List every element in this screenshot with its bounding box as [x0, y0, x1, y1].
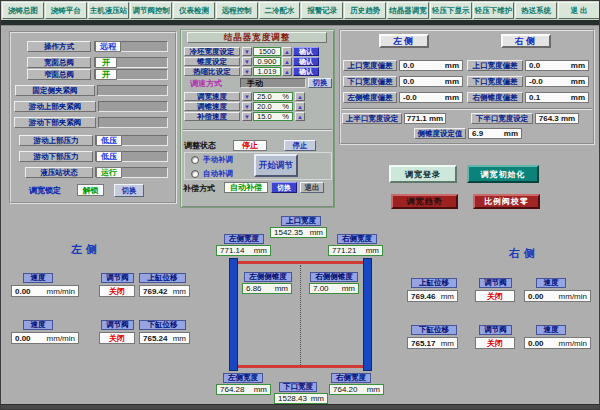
menu-item-casting-overview[interactable]: 浇铸总图 — [2, 2, 44, 19]
auto-comp-radio[interactable] — [191, 170, 199, 178]
increase-button[interactable]: ▲ — [295, 92, 305, 101]
speed-value-field[interactable]: 25.0% — [253, 92, 293, 101]
mold-wide-face-bottom — [238, 365, 363, 368]
decrease-icon: ▼ — [244, 49, 250, 55]
menu-item-mold-width[interactable]: 结晶器调宽 — [387, 2, 429, 19]
increase-button[interactable]: ▲ — [282, 47, 292, 56]
increase-button[interactable]: ▲ — [295, 102, 305, 111]
width-init-button[interactable]: 调宽初始化 — [467, 165, 539, 183]
deviation-row-label: 上口宽度偏差 — [467, 60, 523, 71]
adjust-state-label: 调整状态 — [184, 140, 216, 151]
mold-unit: mm — [254, 385, 267, 394]
speed-number: 0.00 — [528, 339, 544, 348]
setting-value-field[interactable]: 1500 — [253, 47, 281, 56]
decrease-icon: ▼ — [244, 104, 250, 110]
speed-row-label: 调锥速度 — [184, 102, 240, 111]
deviation-number: 0.1 — [529, 93, 540, 102]
mold-number: 771.21 — [332, 246, 356, 255]
menu-item-softreduction-maint[interactable]: 轻压下维护 — [473, 2, 515, 19]
decrease-button[interactable]: ▼ — [242, 67, 252, 76]
speed-mode-toggle-button[interactable]: 切换 — [308, 78, 332, 88]
lower-width-set-value: 764.3 mm — [535, 113, 579, 124]
menu-item-hot-delivery[interactable]: 热送系统 — [515, 2, 557, 19]
width-login-button[interactable]: 调宽登录 — [389, 165, 457, 183]
menu-item-hydraulic-station[interactable]: 主机液压站 — [88, 2, 130, 19]
increase-icon: ▲ — [297, 104, 303, 110]
menu-item-exit[interactable]: 退 出 — [558, 2, 600, 19]
increase-button[interactable]: ▲ — [295, 112, 305, 121]
deviation-unit: mm — [445, 93, 459, 102]
menu-item-history-trend[interactable]: 历史趋势 — [344, 2, 386, 19]
menu-item-secondary-cooling[interactable]: 二冷配水 — [259, 2, 301, 19]
speed-value: 25.0 — [257, 92, 272, 101]
status-row-label: 游动下部夹紧阀 — [14, 117, 96, 128]
width-trend-button[interactable]: 调宽趋势 — [391, 194, 458, 209]
confirm-button[interactable]: 确认 — [293, 67, 319, 76]
menu-item-alarm-record[interactable]: 报警记录 — [301, 2, 343, 19]
increase-icon: ▲ — [297, 94, 303, 100]
valve-state: 关闭 — [475, 337, 515, 349]
manual-comp-radio[interactable] — [191, 156, 199, 164]
confirm-button[interactable]: 确认 — [293, 47, 319, 56]
valve-label: 调节阀 — [101, 320, 134, 330]
decrease-icon: ▼ — [244, 94, 250, 100]
valve-state: 关闭 — [99, 332, 135, 344]
decrease-button[interactable]: ▼ — [242, 57, 252, 66]
speed-mode-field: 手动 — [240, 78, 306, 88]
speed-label: 速度 — [536, 325, 566, 335]
speed-value-field[interactable]: 20.0% — [253, 102, 293, 111]
confirm-button[interactable]: 确认 — [293, 57, 319, 66]
taper-set-unit: mm — [504, 129, 518, 138]
menu-item-instrument[interactable]: 仪表检测 — [173, 2, 215, 19]
window-bottom-edge — [1, 404, 600, 410]
menu-item-remote-control[interactable]: 远程控制 — [216, 2, 258, 19]
valve-zero-button[interactable]: 比例阀校零 — [473, 194, 540, 209]
increase-button[interactable]: ▲ — [282, 67, 292, 76]
width-adjust-panel-title: 结晶器宽度调整 — [187, 32, 327, 43]
menu-item-valve-control[interactable]: 调节阀控制 — [130, 2, 172, 19]
comp-mode-toggle-button[interactable]: 切换 — [271, 182, 297, 193]
width-lock-toggle-button[interactable]: 切换 — [114, 184, 144, 197]
auto-comp-radio-label: 自动补调 — [203, 168, 233, 179]
manual-comp-radio-label: 手动补调 — [203, 154, 233, 165]
pos-unit: mm — [441, 339, 454, 348]
deviation-number: 0.0 — [529, 61, 540, 70]
speed-unit: % — [282, 112, 289, 121]
decrease-button[interactable]: ▼ — [242, 102, 252, 111]
panel-divider — [342, 108, 592, 110]
setting-value-field[interactable]: 0.900 — [253, 57, 281, 66]
left-section-title: 左侧 — [63, 243, 109, 256]
decrease-button[interactable]: ▼ — [242, 92, 252, 101]
top-width-label: 上口宽度 — [281, 216, 321, 226]
pos-unit: mm — [173, 287, 186, 296]
menu-item-casting-platform[interactable]: 浇铸平台 — [45, 2, 87, 19]
start-adjust-button[interactable]: 开始调节 — [254, 154, 298, 177]
mold-unit: mm — [367, 385, 380, 394]
mold-number: 764.20 — [333, 385, 357, 394]
width-lock-label: 调宽锁定 — [29, 184, 61, 196]
status-row-label: 固定侧夹紧阀 — [15, 85, 95, 96]
status-row-well — [98, 117, 168, 128]
deviation-number: -0.0 — [403, 93, 417, 102]
decrease-button[interactable]: ▼ — [242, 112, 252, 121]
status-value: 低压 — [96, 151, 122, 162]
increase-button[interactable]: ▲ — [282, 57, 292, 66]
stop-button[interactable]: 停止 — [284, 140, 316, 151]
increase-icon: ▲ — [284, 69, 290, 75]
panel-divider — [183, 129, 332, 131]
pos-number: 769.42 — [143, 287, 167, 296]
status-row-label: 游动上部压力 — [19, 135, 93, 146]
setting-value-field[interactable]: 1.019 — [253, 67, 281, 76]
menu-item-softreduction-display[interactable]: 轻压下显示 — [430, 2, 472, 19]
valve-label: 调节阀 — [101, 273, 134, 283]
decrease-icon: ▼ — [244, 59, 250, 65]
menu-divider — [1, 20, 600, 26]
cylinder-pos-readout: 765.24mm — [139, 332, 190, 344]
decrease-button[interactable]: ▼ — [242, 47, 252, 56]
comp-mode-exit-button[interactable]: 退出 — [300, 182, 324, 193]
mold-wide-face-top — [238, 261, 363, 264]
mold-number: 764.28 — [220, 385, 244, 394]
speed-value-field[interactable]: 15.0% — [253, 112, 293, 121]
deviation-row-label: 左侧锥度偏差 — [343, 92, 397, 103]
mold-unit: mm — [342, 284, 355, 293]
